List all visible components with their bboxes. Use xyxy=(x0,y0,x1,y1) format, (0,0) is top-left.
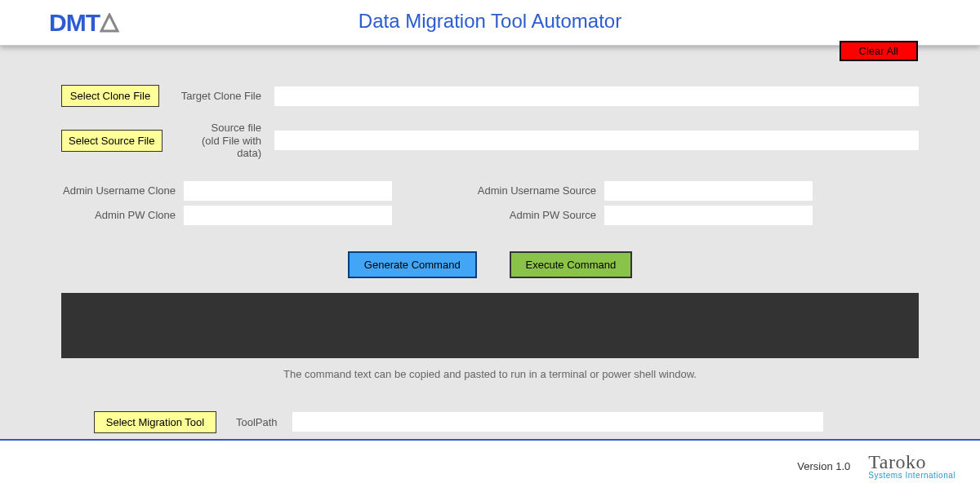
credentials-row: Admin Username Clone Admin PW Clone Admi… xyxy=(61,181,919,225)
admin-user-source-label: Admin Username Source xyxy=(441,184,604,197)
clear-all-button[interactable]: Clear All xyxy=(840,41,918,61)
tool-path-row: Select Migration Tool ToolPath xyxy=(61,411,919,433)
vendor-block: Taroko Systems International xyxy=(868,454,956,479)
action-row: Generate Command Execute Command xyxy=(61,251,919,278)
app-header: DMT Data Migration Tool Automator xyxy=(0,0,980,46)
command-hint: The command text can be copied and paste… xyxy=(61,368,919,380)
source-file-label-line1: Source file xyxy=(212,122,261,134)
command-output[interactable] xyxy=(61,293,919,358)
app-logo: DMT xyxy=(49,9,119,37)
admin-user-source-input[interactable] xyxy=(604,181,813,201)
main-panel: Clear All Select Clone File Target Clone… xyxy=(0,46,980,433)
admin-user-clone-input[interactable] xyxy=(184,181,392,201)
admin-user-clone-label: Admin Username Clone xyxy=(61,184,184,197)
source-credentials: Admin Username Source Admin PW Source xyxy=(441,181,813,225)
execute-command-button[interactable]: Execute Command xyxy=(510,251,633,278)
target-clone-file-input[interactable] xyxy=(274,86,919,106)
admin-pw-source-label: Admin PW Source xyxy=(441,209,604,221)
vendor-name: Taroko xyxy=(868,451,926,472)
select-migration-tool-button[interactable]: Select Migration Tool xyxy=(94,411,216,433)
vendor-sub: Systems International xyxy=(868,472,956,479)
admin-pw-clone-input[interactable] xyxy=(184,206,392,225)
admin-pw-source-input[interactable] xyxy=(604,206,813,225)
source-file-row: Select Source File Source file (old File… xyxy=(61,122,919,160)
generate-command-button[interactable]: Generate Command xyxy=(348,251,477,278)
app-title: Data Migration Tool Automator xyxy=(359,10,621,33)
source-file-label-line2: (old File with data) xyxy=(202,135,261,160)
version-label: Version 1.0 xyxy=(797,460,850,472)
select-source-file-button[interactable]: Select Source File xyxy=(61,130,163,152)
app-footer: Version 1.0 Taroko Systems International xyxy=(0,439,980,492)
tool-path-label: ToolPath xyxy=(236,416,278,428)
source-file-input[interactable] xyxy=(274,131,919,150)
clone-file-row: Select Clone File Target Clone File xyxy=(61,85,919,107)
admin-pw-clone-label: Admin PW Clone xyxy=(61,209,184,221)
clone-credentials: Admin Username Clone Admin PW Clone xyxy=(61,181,392,225)
source-file-label: Source file (old File with data) xyxy=(178,122,268,160)
tool-path-input[interactable] xyxy=(292,412,823,432)
select-clone-file-button[interactable]: Select Clone File xyxy=(61,85,159,107)
target-clone-file-label: Target Clone File xyxy=(178,90,268,103)
